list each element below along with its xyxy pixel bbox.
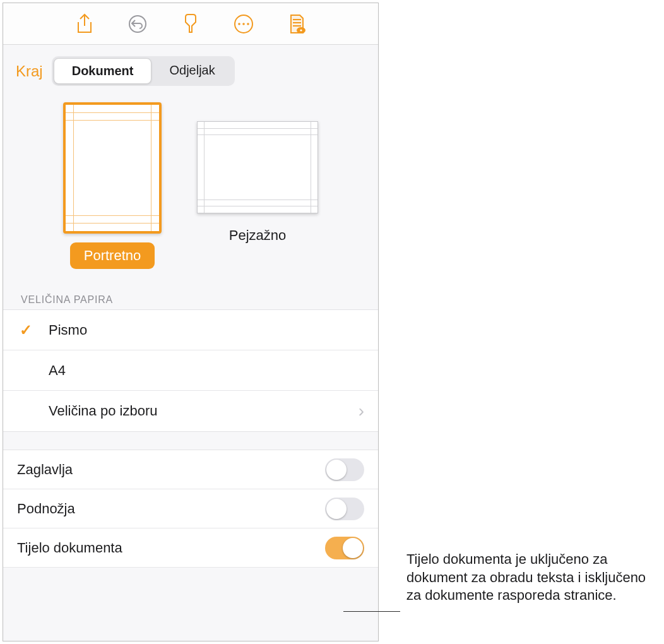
document-settings-panel: Kraj Dokument Odjeljak Portretno Pejzažn… xyxy=(3,3,379,641)
svg-point-3 xyxy=(242,23,245,25)
paper-size-custom[interactable]: Veličina po izboru › xyxy=(3,391,378,431)
portrait-thumbnail xyxy=(63,102,162,234)
landscape-thumbnail xyxy=(197,121,318,213)
tab-odjeljak[interactable]: Odjeljak xyxy=(151,58,232,84)
format-brush-icon[interactable] xyxy=(179,13,202,35)
orientation-landscape[interactable]: Pejzažno xyxy=(197,102,318,269)
toolbar xyxy=(3,3,378,45)
paper-size-label: Pismo xyxy=(49,322,364,338)
tab-dokument[interactable]: Dokument xyxy=(54,58,152,84)
segmented-control: Dokument Odjeljak xyxy=(52,56,235,86)
paper-size-label: Veličina po izboru xyxy=(20,403,359,419)
toggle-label: Podnožja xyxy=(17,501,325,517)
toggle-label: Tijelo dokumenta xyxy=(17,540,325,556)
toggle-row-headers: Zaglavlja xyxy=(3,450,378,489)
paper-size-list: ✓ Pismo A4 Veličina po izboru › xyxy=(3,309,378,432)
svg-point-4 xyxy=(247,23,249,25)
svg-point-2 xyxy=(238,23,240,25)
toggle-row-footers: Podnožja xyxy=(3,489,378,528)
landscape-label: Pejzažno xyxy=(214,222,302,249)
toggle-list: Zaglavlja Podnožja Tijelo dokumenta xyxy=(3,450,378,568)
paper-size-header: VELIČINA PAPIRA xyxy=(3,275,378,309)
check-icon: ✓ xyxy=(20,321,49,339)
footers-toggle[interactable] xyxy=(325,498,364,520)
paper-size-a4[interactable]: A4 xyxy=(3,350,378,391)
paper-size-pismo[interactable]: ✓ Pismo xyxy=(3,310,378,350)
callout-leader-line xyxy=(343,611,400,612)
done-button[interactable]: Kraj xyxy=(16,63,43,80)
toggle-row-body: Tijelo dokumenta xyxy=(3,528,378,568)
document-body-toggle[interactable] xyxy=(325,537,364,559)
orientation-portrait[interactable]: Portretno xyxy=(63,102,162,269)
portrait-label: Portretno xyxy=(70,242,155,269)
svg-point-6 xyxy=(300,29,302,31)
header-row: Kraj Dokument Odjeljak xyxy=(3,45,378,91)
document-view-icon[interactable] xyxy=(285,13,308,35)
chevron-right-icon: › xyxy=(359,401,364,421)
paper-size-label: A4 xyxy=(20,362,364,379)
headers-toggle[interactable] xyxy=(325,458,364,481)
callout-text: Tijelo dokumenta je uključeno za dokumen… xyxy=(406,551,653,605)
toggle-label: Zaglavlja xyxy=(17,462,325,478)
undo-icon[interactable] xyxy=(126,13,149,35)
share-icon[interactable] xyxy=(73,13,96,35)
orientation-row: Portretno Pejzažno xyxy=(3,91,378,275)
more-icon[interactable] xyxy=(232,13,255,35)
